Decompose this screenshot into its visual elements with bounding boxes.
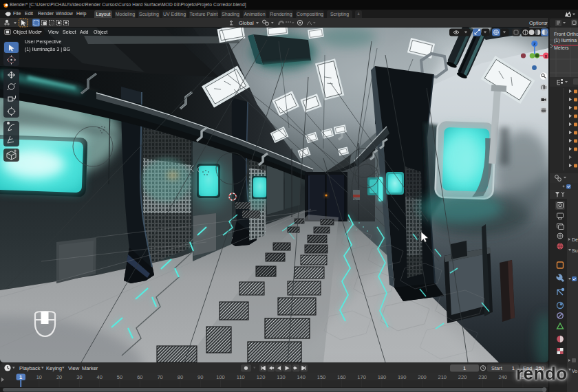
- svg-text:1: 1: [463, 365, 466, 371]
- svg-text:Front Ortho: Front Ortho: [554, 32, 578, 36]
- svg-text:Keying: Keying: [46, 365, 62, 371]
- svg-text:Object: Object: [94, 30, 107, 35]
- svg-text:180: 180: [378, 374, 387, 380]
- svg-text:60: 60: [137, 374, 142, 380]
- svg-text:190: 190: [398, 374, 407, 380]
- svg-text:140: 140: [297, 374, 306, 380]
- svg-text:120: 120: [257, 374, 266, 380]
- svg-text:130: 130: [277, 374, 286, 380]
- svg-text:160: 160: [337, 374, 346, 380]
- svg-text:100: 100: [216, 374, 225, 380]
- svg-text:150: 150: [317, 374, 326, 380]
- svg-text:Z: Z: [533, 42, 536, 46]
- svg-text:110: 110: [237, 374, 245, 380]
- svg-text:Vo: Vo: [572, 369, 577, 373]
- svg-text:20: 20: [56, 374, 62, 380]
- svg-text:220: 220: [458, 374, 467, 380]
- svg-text:30: 30: [76, 374, 82, 380]
- svg-text:90: 90: [197, 374, 203, 380]
- svg-text:240: 240: [498, 374, 507, 380]
- svg-text:230: 230: [478, 374, 487, 380]
- svg-text:80: 80: [178, 374, 183, 380]
- svg-text:210: 210: [438, 374, 447, 380]
- svg-text:40: 40: [97, 374, 103, 380]
- svg-text:50: 50: [117, 374, 122, 380]
- svg-text:Su: Su: [572, 248, 578, 253]
- svg-text:Select: Select: [63, 30, 76, 34]
- svg-text:Options: Options: [529, 20, 547, 26]
- svg-text:Marker: Marker: [82, 365, 98, 371]
- svg-text:De: De: [572, 237, 578, 242]
- svg-text:View: View: [48, 30, 59, 34]
- svg-text:10: 10: [36, 374, 42, 380]
- svg-text:1: 1: [512, 365, 515, 371]
- svg-text:70: 70: [157, 374, 162, 380]
- svg-text:Global: Global: [239, 20, 254, 26]
- svg-text:X: X: [544, 54, 547, 58]
- svg-text:Add: Add: [80, 30, 89, 34]
- svg-text:170: 170: [357, 374, 366, 380]
- svg-text:View: View: [68, 365, 80, 371]
- svg-text:(1) Ilumina: (1) Ilumina: [554, 38, 577, 43]
- svg-text:Meters: Meters: [554, 45, 569, 50]
- svg-text:200: 200: [418, 374, 427, 380]
- svg-text:Playback: Playback: [19, 365, 41, 371]
- svg-text:1: 1: [19, 374, 22, 380]
- svg-text:Start: Start: [491, 365, 503, 371]
